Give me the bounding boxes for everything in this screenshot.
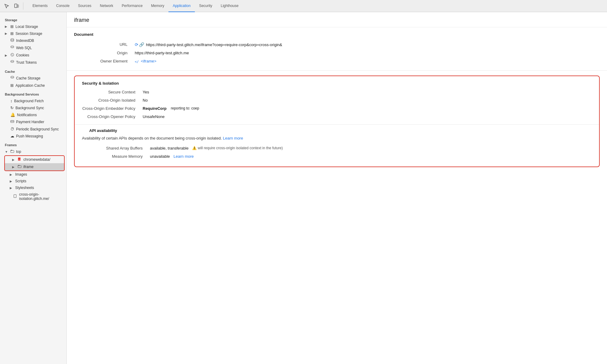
session-storage-icon: ⊞ — [10, 31, 14, 36]
cross-origin-isolated-label: Cross-Origin Isolated — [82, 98, 143, 103]
sidebar-item-bg-sync[interactable]: ▶ ↻ Background Sync — [0, 104, 66, 111]
origin-label: Origin — [74, 51, 135, 55]
sidebar-item-trust-tokens[interactable]: ▶ Trust Tokens — [0, 59, 66, 66]
sidebar-item-top[interactable]: ▼ top — [0, 148, 66, 155]
chromewebdata-icon: </> — [18, 157, 22, 162]
bg-services-section-label: Background Services — [0, 89, 66, 97]
expand-arrow-cookies: ▶ — [5, 54, 8, 57]
notifications-icon: 🔔 — [10, 113, 15, 117]
api-description: Availability of certain APIs depends on … — [82, 136, 592, 140]
bg-sync-label: Background Sync — [15, 106, 64, 110]
notifications-label: Notifications — [17, 113, 64, 117]
toolbar-divider — [23, 2, 23, 10]
sidebar-item-application-cache[interactable]: ▶ ⊞ Application Cache — [0, 82, 66, 89]
tab-elements[interactable]: Elements — [28, 0, 52, 12]
cache-storage-label: Cache Storage — [16, 76, 64, 80]
measure-memory-status: unavailable — [150, 154, 170, 159]
tab-application[interactable]: Application — [168, 0, 195, 12]
owner-element-link[interactable]: <iframe> — [141, 59, 156, 63]
url-label: URL — [74, 42, 135, 47]
bg-sync-icon: ↻ — [10, 106, 14, 110]
local-storage-icon: ⊞ — [10, 24, 14, 29]
secure-context-label: Secure Context — [82, 90, 143, 94]
coep-value-text: RequireCorp — [143, 106, 167, 111]
svg-point-2 — [11, 39, 14, 40]
api-availability-section: API availability Availability of certain… — [75, 128, 599, 160]
tab-network[interactable]: Network — [96, 0, 117, 12]
document-section: Document URL ⟳ 🔗 https://third-party-tes… — [67, 27, 607, 71]
sidebar-item-images[interactable]: ▶ Images — [0, 171, 66, 178]
api-section-title: API availability — [82, 128, 592, 133]
indexeddb-label: IndexedDB — [16, 39, 64, 43]
sidebar-item-cookies[interactable]: ▶ Cookies — [0, 52, 66, 59]
tab-security[interactable]: Security — [195, 0, 216, 12]
tab-console[interactable]: Console — [52, 0, 74, 12]
storage-section-label: Storage — [0, 15, 66, 23]
tab-lighthouse[interactable]: Lighthouse — [216, 0, 243, 12]
shared-array-row: Shared Array Buffers available, transfer… — [82, 144, 592, 152]
coep-row: Cross-Origin Embedder Policy RequireCorp… — [75, 104, 599, 113]
sidebar-item-iframe[interactable]: ▶ iframe — [5, 163, 64, 170]
secure-context-row: Secure Context Yes — [75, 88, 599, 96]
svg-point-10 — [11, 76, 14, 77]
cache-section-label: Cache — [0, 66, 66, 75]
warning-icon: ⚠️ — [192, 146, 197, 150]
owner-element-value: </> <iframe> — [135, 59, 156, 64]
cross-origin-file-icon — [13, 194, 17, 199]
bg-fetch-icon: ↕ — [10, 99, 12, 103]
sidebar-item-chromewebdata[interactable]: ▶ </> chromewebdata/ — [5, 156, 64, 163]
cookies-icon — [10, 53, 14, 58]
api-learn-more-link[interactable]: Learn more — [223, 136, 243, 140]
sidebar-item-payment-handler[interactable]: ▶ Payment Handler — [0, 118, 66, 126]
tab-performance[interactable]: Performance — [117, 0, 147, 12]
sidebar-item-periodic-bg-sync[interactable]: ▶ ⏱ Periodic Background Sync — [0, 126, 66, 133]
coep-value: RequireCorp reporting to: coep — [143, 106, 199, 111]
measure-memory-row: Measure Memory unavailable Learn more — [82, 152, 592, 160]
measure-memory-learn-more-link[interactable]: Learn more — [174, 154, 194, 159]
coop-row: Cross-Origin Opener Policy UnsafeNone — [75, 113, 599, 121]
sidebar-item-session-storage[interactable]: ▶ ⊞ Session Storage — [0, 30, 66, 37]
url-icons: ⟳ 🔗 — [135, 42, 144, 47]
device-toolbar-btn[interactable] — [12, 2, 21, 10]
sidebar-item-cross-origin[interactable]: cross-origin-isolation.glitch.me/ — [0, 191, 66, 202]
push-messaging-label: Push Messaging — [16, 134, 64, 138]
svg-point-6 — [12, 54, 13, 54]
security-section-title: Security & Isolation — [75, 81, 599, 86]
security-isolation-section: Security & Isolation Secure Context Yes … — [75, 81, 599, 121]
sidebar-item-notifications[interactable]: ▶ 🔔 Notifications — [0, 111, 66, 118]
expand-arrow-scripts: ▶ — [10, 180, 13, 183]
iframe-label: iframe — [23, 165, 62, 169]
sidebar-item-cache-storage[interactable]: ▶ Cache Storage — [0, 75, 66, 82]
tab-sources[interactable]: Sources — [74, 0, 96, 12]
origin-row: Origin https://third-party-test.glitch.m… — [74, 49, 600, 57]
sidebar-item-push-messaging[interactable]: ▶ ☁ Push Messaging — [0, 133, 66, 140]
owner-element-row: Owner Element </> <iframe> — [74, 57, 600, 66]
sidebar-item-indexeddb[interactable]: ▶ IndexedDB — [0, 37, 66, 44]
sidebar-item-scripts[interactable]: ▶ Scripts — [0, 178, 66, 184]
shared-array-note-text: will require cross-origin isolated conte… — [198, 146, 283, 150]
coep-label: Cross-Origin Embedder Policy — [82, 106, 143, 111]
svg-rect-13 — [11, 150, 14, 153]
sidebar-item-local-storage[interactable]: ▶ ⊞ Local Storage — [0, 23, 66, 30]
tab-memory[interactable]: Memory — [147, 0, 168, 12]
shared-array-label: Shared Array Buffers — [89, 146, 150, 150]
url-text: https://third-party-test.glitch.me/ifram… — [146, 42, 282, 47]
inspect-icon-btn[interactable] — [2, 2, 11, 10]
code-icon: </> — [135, 59, 139, 64]
svg-point-4 — [11, 53, 14, 56]
sidebar-item-stylesheets[interactable]: ▶ Stylesheets — [0, 184, 66, 191]
cross-origin-label: cross-origin-isolation.glitch.me/ — [19, 192, 64, 201]
top-folder-icon — [10, 149, 14, 154]
iframe-folder-icon — [18, 164, 22, 169]
coep-reporting: reporting to: coep — [171, 106, 199, 110]
tab-list: Elements Console Sources Network Perform… — [28, 0, 243, 12]
websql-label: Web SQL — [16, 46, 64, 50]
svg-rect-16 — [18, 166, 21, 168]
cache-storage-icon — [10, 76, 14, 81]
secure-context-value: Yes — [143, 90, 149, 94]
application-cache-label: Application Cache — [15, 83, 64, 88]
url-value: ⟳ 🔗 https://third-party-test.glitch.me/i… — [135, 42, 282, 47]
sidebar-item-websql[interactable]: ▶ Web SQL — [0, 44, 66, 52]
websql-icon — [10, 46, 14, 50]
sidebar-item-bg-fetch[interactable]: ▶ ↕ Background Fetch — [0, 97, 66, 104]
